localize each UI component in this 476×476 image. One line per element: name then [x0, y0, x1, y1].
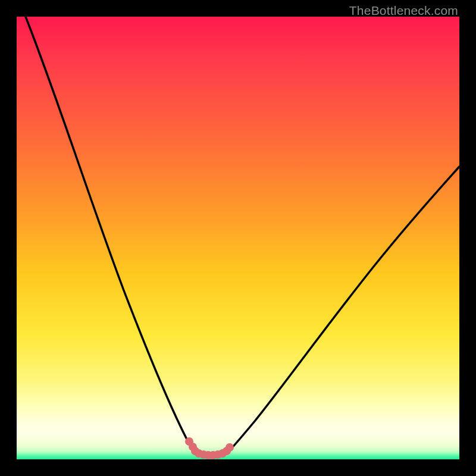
right-curve	[226, 167, 459, 454]
chart-frame: TheBottleneck.com	[0, 0, 476, 476]
left-curve	[26, 17, 195, 454]
plot-area	[17, 17, 459, 459]
watermark-text: TheBottleneck.com	[349, 4, 458, 18]
chart-svg	[17, 17, 459, 459]
svg-point-10	[226, 443, 234, 452]
valley-markers	[185, 437, 234, 459]
